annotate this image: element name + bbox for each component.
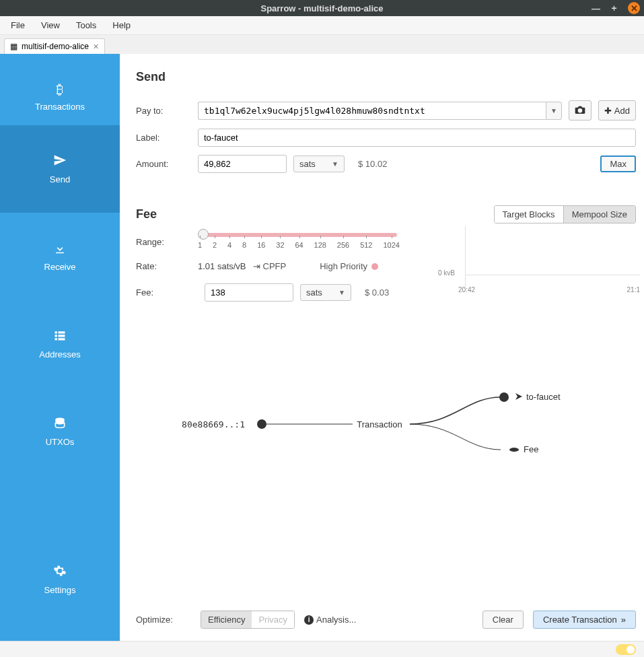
diagram-input-label: 80e88669..:1 <box>182 419 245 429</box>
priority-dot-icon <box>371 263 378 270</box>
window-close-icon[interactable]: ✕ <box>628 2 640 14</box>
fee-usd: $ 0.03 <box>365 287 389 298</box>
mempool-size-tab[interactable]: Mempool Size <box>564 206 635 223</box>
payto-dropdown-icon[interactable]: ▼ <box>546 102 562 120</box>
optimize-label: Optimize: <box>136 615 191 625</box>
status-bar <box>0 641 644 657</box>
main-panel: Send Pay to: ▼ ✚ Add Label: Amount: <box>120 54 644 641</box>
payto-label: Pay to: <box>136 106 191 116</box>
wallet-tab-label: multisif-demo-alice <box>22 42 89 51</box>
sidebar: ₿ Transactions Send Receive Addresses <box>0 54 120 641</box>
diagram-output2-label: Fee <box>524 444 538 454</box>
gear-icon <box>53 564 67 581</box>
sidebar-label: Settings <box>44 585 76 595</box>
scan-qr-button[interactable] <box>569 100 592 120</box>
fee-heading: Fee <box>136 207 157 221</box>
transaction-diagram: 80e88669..:1 Transaction to-faucet Fee <box>136 337 636 512</box>
wallet-tab-bar: ▦ multisif-demo-alice ✕ <box>0 35 644 54</box>
chart-x-start: 20:42 <box>458 286 475 293</box>
optimize-toggle: Efficiency Privacy <box>201 611 295 629</box>
receive-icon <box>53 241 67 258</box>
window-minimize-icon[interactable]: — <box>592 3 600 13</box>
label-label: Label: <box>136 133 191 143</box>
utxos-icon <box>53 416 67 433</box>
diagram-input-node <box>257 419 266 429</box>
add-button-label: Add <box>614 106 630 116</box>
menu-file[interactable]: File <box>11 20 25 30</box>
plus-icon: ✚ <box>604 106 612 116</box>
clear-button[interactable]: Clear <box>482 611 524 629</box>
chevron-down-icon: ▼ <box>332 160 338 168</box>
coin-icon <box>509 448 519 452</box>
diagram-center-label: Transaction <box>357 419 402 429</box>
addresses-icon <box>53 328 67 345</box>
rate-value: 1.01 sats/vB <box>198 261 246 271</box>
priority-badge: High Priority <box>320 261 378 271</box>
amount-unit-select[interactable]: sats ▼ <box>293 155 345 172</box>
window-title: Sparrow - multisif-demo-alice <box>260 3 383 13</box>
optimize-privacy[interactable]: Privacy <box>252 611 294 628</box>
sidebar-label: Addresses <box>39 349 80 359</box>
sidebar-item-utxos[interactable]: UTXOs <box>0 388 120 475</box>
sidebar-label: Receive <box>44 262 76 272</box>
payto-input[interactable] <box>198 102 546 120</box>
add-recipient-button[interactable]: ✚ Add <box>598 100 636 120</box>
send-icon <box>515 393 522 400</box>
connection-toggle[interactable] <box>616 644 636 655</box>
sidebar-label: Send <box>50 174 70 184</box>
fee-label: Fee: <box>136 287 198 298</box>
optimize-efficiency[interactable]: Efficiency <box>201 611 252 628</box>
mempool-chart: 0 kvB 20:42 21:1 <box>438 226 640 293</box>
menu-bar: File View Tools Help <box>0 16 644 35</box>
sidebar-label: Transactions <box>35 102 85 112</box>
sidebar-item-transactions[interactable]: ₿ Transactions <box>0 54 120 125</box>
bitcoin-icon: ₿ <box>57 82 63 98</box>
sidebar-item-send[interactable]: Send <box>0 125 120 213</box>
menu-help[interactable]: Help <box>112 20 131 30</box>
fee-unit-label: sats <box>306 287 322 298</box>
wallet-icon: ▦ <box>10 42 17 51</box>
sidebar-item-settings[interactable]: Settings <box>0 551 120 609</box>
menu-view[interactable]: View <box>41 20 60 30</box>
amount-input[interactable] <box>198 155 287 173</box>
sidebar-label: UTXOs <box>46 437 75 447</box>
chart-x-end: 21:1 <box>627 286 640 293</box>
sidebar-item-receive[interactable]: Receive <box>0 213 120 300</box>
info-icon: i <box>304 615 314 625</box>
camera-icon <box>575 105 585 116</box>
fee-unit-select[interactable]: sats ▼ <box>300 284 351 301</box>
rate-label: Rate: <box>136 261 198 271</box>
window-maximize-icon[interactable]: ＋ <box>610 2 618 14</box>
chevrons-right-icon: » <box>621 615 626 625</box>
range-ticks: 1 2 4 8 16 32 64 128 256 512 1024 <box>198 241 400 249</box>
tab-close-icon[interactable]: ✕ <box>93 42 99 51</box>
send-heading: Send <box>136 70 636 84</box>
create-transaction-button[interactable]: Create Transaction » <box>533 611 636 629</box>
window-titlebar: Sparrow - multisif-demo-alice — ＋ ✕ <box>0 0 644 16</box>
fee-input[interactable] <box>205 283 293 302</box>
fee-mode-toggle: Target Blocks Mempool Size <box>494 205 636 223</box>
diagram-output1-label: to-faucet <box>526 392 561 402</box>
link-icon: ⇥ <box>253 261 260 271</box>
fee-range-slider[interactable]: 1 2 4 8 16 32 64 128 256 512 1024 <box>198 229 400 249</box>
max-button[interactable]: Max <box>600 155 636 172</box>
cpfp-badge: ⇥ CPFP <box>253 261 287 271</box>
send-icon <box>53 153 67 170</box>
range-label: Range: <box>136 229 198 247</box>
label-input[interactable] <box>198 129 636 147</box>
amount-usd: $ 10.02 <box>358 159 387 169</box>
amount-label: Amount: <box>136 159 191 169</box>
chart-y-label: 0 kvB <box>438 269 455 277</box>
analysis-link[interactable]: i Analysis... <box>304 615 356 625</box>
wallet-tab[interactable]: ▦ multisif-demo-alice ✕ <box>4 38 105 54</box>
chevron-down-icon: ▼ <box>338 289 345 296</box>
diagram-output1-node <box>499 392 509 402</box>
amount-unit-label: sats <box>299 159 316 169</box>
target-blocks-tab[interactable]: Target Blocks <box>495 206 564 223</box>
sidebar-item-addresses[interactable]: Addresses <box>0 300 120 388</box>
menu-tools[interactable]: Tools <box>76 20 96 30</box>
